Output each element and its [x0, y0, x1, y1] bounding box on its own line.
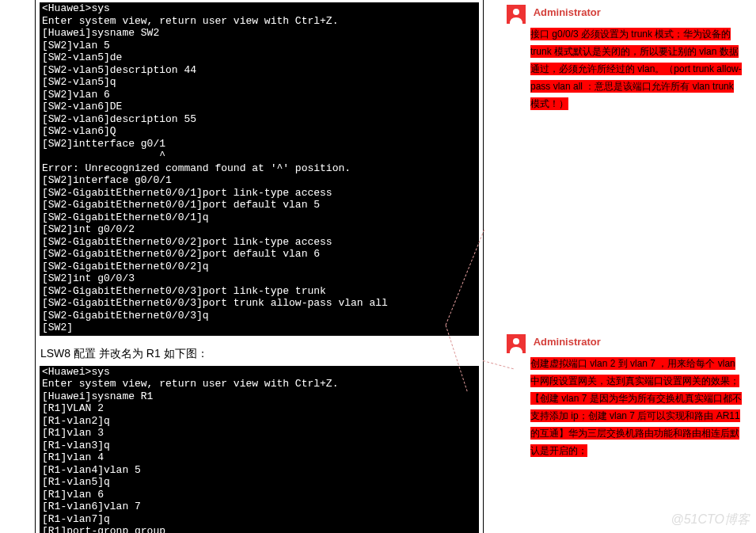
terminal-output-r1: <Huawei>sys Enter system view, return us… [38, 366, 481, 534]
avatar-icon [507, 5, 526, 24]
comment-item: Administrator 创建虚拟端口 vlan 2 到 vlan 7 ，用来… [507, 334, 744, 459]
comment-author: Administrator [534, 334, 601, 350]
highlighted-text: 创建虚拟端口 vlan 2 到 vlan 7 ，用来给每个 vlan 中网段设置… [530, 357, 742, 457]
svg-point-1 [513, 9, 519, 15]
comment-body: 接口 g0/0/3 必须设置为 trunk 模式；华为设备的 trunk 模式默… [530, 25, 744, 112]
svg-point-3 [513, 338, 519, 345]
comment-body: 创建虚拟端口 vlan 2 到 vlan 7 ，用来给每个 vlan 中网段设置… [530, 355, 744, 459]
watermark-text: @51CTO博客 [671, 512, 750, 528]
terminal-output-sw2: <Huawei>sys Enter system view, return us… [38, 2, 481, 337]
caption-lsw8: LSW8 配置 并改名为 R1 如下图： [40, 347, 483, 361]
comment-panel: Administrator 接口 g0/0/3 必须设置为 trunk 模式；华… [507, 5, 744, 467]
comment-author: Administrator [534, 5, 601, 21]
comment-item: Administrator 接口 g0/0/3 必须设置为 trunk 模式；华… [507, 5, 744, 112]
highlighted-text: 接口 g0/0/3 必须设置为 trunk 模式；华为设备的 trunk 模式默… [530, 28, 742, 110]
document-left-column: <Huawei>sys Enter system view, return us… [35, 0, 484, 533]
avatar-icon [507, 334, 526, 353]
